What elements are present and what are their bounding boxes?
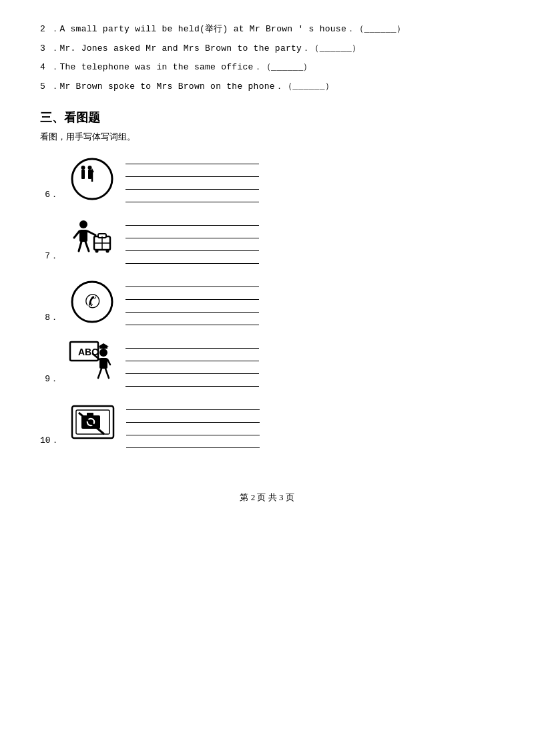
page-footer: 第 2 页 共 3 页 [40,492,494,504]
list-item: 10． [40,401,494,449]
sentence-4: 4 ．The telephone was in the same office．… [40,58,494,77]
svg-point-18 [95,250,99,253]
svg-line-27 [107,359,110,365]
writing-lines-9 [125,341,259,387]
svg-text:✆: ✆ [85,291,100,312]
writing-line[interactable] [125,379,259,387]
list-item: 7． [40,216,494,264]
sentence-3: 3 ．Mr. Jones asked Mr and Mrs Brown to t… [40,39,494,59]
writing-line[interactable] [125,182,259,190]
sentence-2: 2 ．A small party will be held(举行) at Mr … [40,20,494,39]
svg-line-11 [79,242,81,251]
icon-luggage [68,216,116,264]
writing-line[interactable] [126,440,260,448]
writing-line[interactable] [126,402,260,410]
svg-line-12 [85,242,89,251]
icon-cinema [68,155,116,203]
writing-line[interactable] [125,317,259,325]
writing-line[interactable] [125,305,259,313]
svg-line-10 [87,231,95,235]
item-number-8: 8． [40,311,59,326]
icon-tv [69,401,117,449]
writing-line[interactable] [125,218,259,226]
svg-point-24 [99,349,107,357]
list-item: 9． ABC [40,339,494,387]
item-number-7: 7． [40,250,59,264]
writing-line[interactable] [125,194,259,202]
svg-rect-1 [81,170,85,179]
item-number-10: 10． [40,434,59,449]
svg-line-29 [105,369,109,378]
writing-line[interactable] [125,353,259,361]
svg-rect-8 [79,230,87,242]
writing-lines-6 [125,156,259,202]
list-item: 8． ✆ [40,278,494,326]
section-title: 三、看图题 [40,110,494,126]
writing-line[interactable] [125,243,259,251]
sentence-5: 5 ．Mr Brown spoke to Mrs Brown on the ph… [40,77,494,97]
writing-lines-10 [126,402,260,448]
svg-point-4 [88,166,92,170]
instruction-text: 看图，用手写体写词组。 [40,131,494,143]
svg-line-9 [74,231,79,238]
item-number-9: 9． [40,373,59,387]
svg-point-19 [106,250,109,253]
writing-line[interactable] [126,415,260,423]
writing-line[interactable] [125,169,259,177]
svg-rect-38 [87,413,93,416]
writing-line[interactable] [125,366,259,374]
writing-line[interactable] [125,230,259,238]
item-number-6: 6． [40,188,59,203]
image-writing-section: 6． 7． [40,155,494,451]
svg-rect-25 [99,358,107,369]
writing-line[interactable] [125,292,259,300]
icon-telephone: ✆ [68,278,116,326]
svg-point-7 [79,220,87,228]
svg-line-28 [98,369,101,378]
writing-line[interactable] [126,427,260,435]
svg-marker-31 [98,343,109,347]
icon-teacher: ABC [68,339,116,387]
writing-line[interactable] [125,279,259,287]
writing-line[interactable] [125,341,259,349]
writing-line[interactable] [125,256,259,264]
svg-point-2 [81,166,85,170]
writing-lines-8 [125,279,259,325]
writing-lines-7 [125,218,259,264]
list-item: 6． [40,155,494,203]
writing-line[interactable] [125,156,259,164]
